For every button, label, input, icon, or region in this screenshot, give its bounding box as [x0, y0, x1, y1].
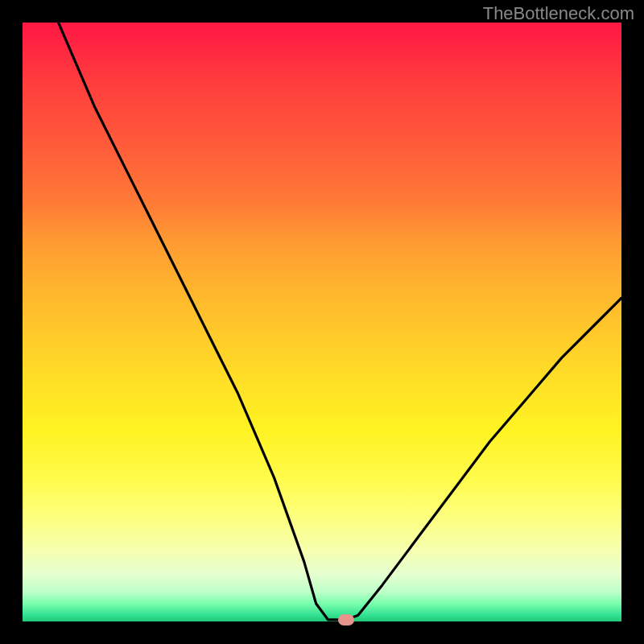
watermark-text: TheBottleneck.com [483, 3, 634, 24]
chart-marker [338, 614, 354, 625]
chart-area [23, 23, 621, 621]
chart-curve [23, 23, 621, 621]
